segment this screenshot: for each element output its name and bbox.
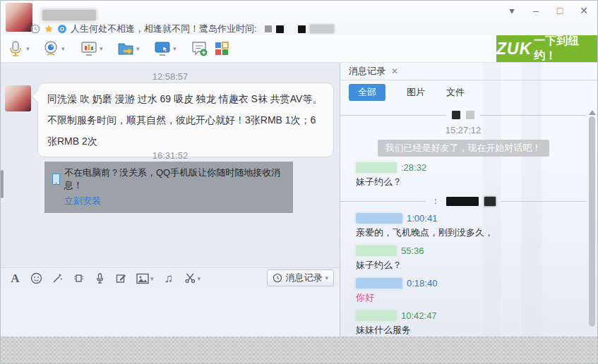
- separator-line: [340, 201, 426, 202]
- message-timestamp: 12:58:57: [1, 71, 340, 82]
- signature-redacted-blocks: [265, 25, 334, 33]
- font-icon[interactable]: A: [9, 272, 21, 284]
- sender-name-redacted: [356, 245, 397, 256]
- censored-block: [466, 111, 474, 119]
- window-menu-icon[interactable]: ▾: [506, 5, 518, 16]
- window-shake-icon[interactable]: [73, 272, 85, 284]
- minimize-icon[interactable]: –: [530, 5, 542, 16]
- scrollbar[interactable]: [588, 107, 596, 334]
- history-message-text: 妹子约么？: [356, 176, 586, 188]
- new-message-button[interactable]: [190, 35, 208, 63]
- voice-call-button[interactable]: ▾: [6, 35, 30, 63]
- history-timestamp: 15:27:12: [340, 125, 586, 135]
- app-grid-icon: [213, 40, 231, 58]
- chevron-down-icon[interactable]: ▾: [136, 45, 140, 52]
- censored-block: [265, 25, 272, 32]
- history-message-header: 10:42:47: [356, 310, 586, 321]
- history-message-time: 1:00:41: [407, 213, 437, 224]
- notice-text: 不在电脑前？没关系，QQ手机版让你随时随地接收消息！: [64, 166, 285, 192]
- scrollbar-thumb[interactable]: [589, 116, 595, 327]
- screen-show-button[interactable]: ▾: [80, 35, 103, 63]
- scissors-icon: [184, 272, 196, 284]
- window-controls: ▾ – □ ✕: [506, 5, 590, 16]
- filter-images[interactable]: 图片: [407, 86, 425, 99]
- clock-icon: [30, 24, 40, 34]
- history-message-text: 妹妹什么服务: [356, 324, 586, 336]
- sender-name-redacted: [356, 310, 397, 321]
- maximize-icon[interactable]: □: [554, 5, 566, 16]
- filter-files[interactable]: 文件: [446, 86, 465, 99]
- tab-message-history[interactable]: 消息记录: [349, 65, 385, 78]
- chevron-down-icon[interactable]: ▾: [61, 45, 65, 52]
- chevron-down-icon[interactable]: ▾: [100, 45, 103, 52]
- history-message-time: :28:32: [401, 162, 426, 173]
- system-message-wrap: 我们已经是好友了，现在开始对话吧！: [340, 140, 586, 157]
- history-message-text: 亲爱的，飞机晚点，刚到没多久，: [356, 226, 586, 239]
- magic-wand-icon[interactable]: [52, 272, 64, 284]
- scrollbar-thumb[interactable]: [1, 170, 4, 198]
- sender-name-redacted: [356, 162, 397, 173]
- handwrite-icon[interactable]: [115, 272, 127, 284]
- chevron-down-icon[interactable]: ▾: [198, 275, 201, 282]
- incoming-message-row: 同洗澡 吹 奶磨 漫游 过水 69 吸皮 独龙 情趣衣 S袜 共赏AV等。不限制…: [5, 83, 334, 157]
- history-message-text: 你好: [356, 291, 586, 304]
- history-message-header: 0:18:40: [356, 278, 586, 289]
- contact-avatar[interactable]: [6, 3, 32, 32]
- history-button-label: 消息记录: [285, 272, 322, 284]
- history-message-header: 55:36: [356, 245, 586, 256]
- history-toggle-button[interactable]: 消息记录 ▾: [267, 269, 334, 286]
- screenshot-button[interactable]: ▾: [184, 272, 201, 284]
- history-list: 15:27:12我们已经是好友了，现在开始对话吧！:28:32妹子约么？：1:0…: [340, 107, 586, 336]
- sender-avatar[interactable]: [5, 85, 31, 111]
- chevron-down-icon[interactable]: ▾: [173, 45, 177, 52]
- webcam-icon: [42, 40, 60, 58]
- censored-block: [452, 111, 460, 119]
- separator-line: [340, 115, 446, 116]
- close-icon[interactable]: ✕: [391, 66, 398, 76]
- message-bubble: 同洗澡 吹 奶磨 漫游 过水 69 吸皮 独龙 情趣衣 S袜 共赏AV等。不限制…: [37, 83, 334, 157]
- banner-slogan: 一下到纽约！: [534, 34, 597, 63]
- emoticon-icon[interactable]: [30, 272, 42, 284]
- redacted-date: [452, 111, 474, 119]
- mobile-qq-notice: 不在电脑前？没关系，QQ手机版让你随时随地接收消息！ 立刻安装: [44, 162, 293, 213]
- chevron-down-icon[interactable]: ▾: [26, 45, 30, 52]
- send-image-button[interactable]: ▾: [136, 273, 154, 284]
- clock-icon: [273, 273, 282, 283]
- scroll-up-icon[interactable]: [589, 107, 596, 115]
- send-file-button[interactable]: ▾: [116, 35, 140, 63]
- censored-block: [484, 197, 496, 206]
- qzone-icon[interactable]: [57, 24, 67, 34]
- status-row: 人生何处不相逢，相逢就不同！鹭岛作业时间:: [30, 23, 334, 35]
- close-icon[interactable]: ✕: [578, 5, 590, 16]
- chevron-down-icon: ▾: [325, 274, 328, 281]
- qq-chat-window: 人生何处不相逢，相逢就不同！鹭岛作业时间: ▾ – □ ✕ ▾ ▾ ▾: [0, 0, 598, 364]
- voice-message-icon[interactable]: [94, 272, 106, 284]
- censored-block: [446, 197, 479, 206]
- censored-block: [310, 25, 334, 33]
- history-message-text: 妹子约么？: [356, 259, 586, 272]
- remote-desktop-button[interactable]: ▾: [153, 35, 177, 63]
- star-icon[interactable]: [44, 24, 54, 34]
- history-message-header: 1:00:41: [356, 213, 586, 224]
- image-icon: [136, 273, 149, 284]
- history-message-header: :28:32: [356, 162, 586, 173]
- ad-banner[interactable]: ZUK 一下到纽约！: [496, 35, 597, 62]
- video-call-button[interactable]: ▾: [42, 35, 65, 63]
- chat-pane: 12:58:57 同洗澡 吹 奶磨 漫游 过水 69 吸皮 独龙 情趣衣 S袜 …: [1, 63, 340, 336]
- history-message-time: 10:42:47: [401, 310, 437, 321]
- install-now-link[interactable]: 立刻安装: [64, 195, 285, 207]
- phone-icon: [52, 174, 60, 185]
- history-filter-row: 全部 图片 文件: [340, 80, 597, 104]
- message-plus-icon: [190, 40, 208, 58]
- date-separator: [340, 111, 586, 119]
- music-icon[interactable]: ♫: [163, 272, 175, 284]
- chevron-down-icon[interactable]: ▾: [150, 275, 154, 282]
- history-message-time: 0:18:40: [407, 278, 437, 289]
- message-input-area[interactable]: [1, 289, 340, 336]
- filter-all[interactable]: 全部: [349, 84, 385, 101]
- system-message: 我们已经是好友了，现在开始对话吧！: [378, 140, 549, 157]
- app-box-button[interactable]: [213, 35, 231, 63]
- sender-name-redacted: [356, 213, 402, 224]
- bottom-redacted-strip: [1, 336, 597, 363]
- date-separator: ：: [340, 195, 586, 207]
